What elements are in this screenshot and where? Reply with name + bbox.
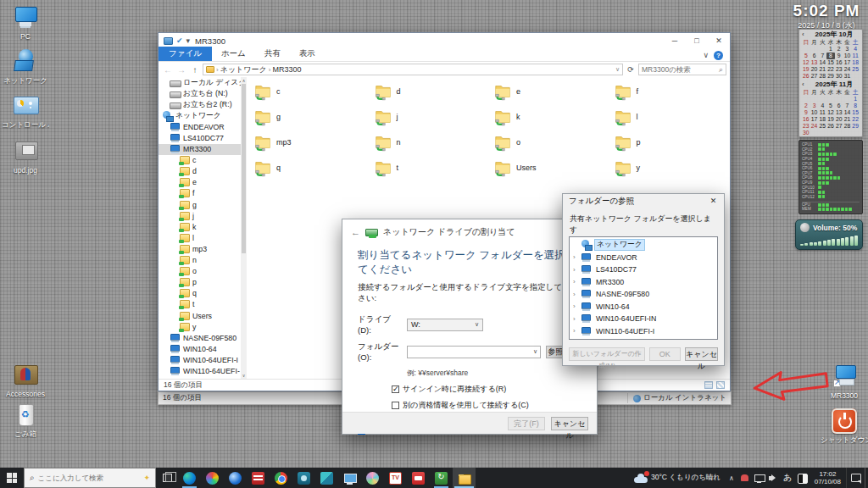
expand-chevron-icon[interactable]: › xyxy=(573,315,581,323)
browse-tree-item[interactable]: › WIN10-64UEFI-IN xyxy=(570,313,717,325)
browse-tree-item[interactable]: › WIN110-64UEFI-I xyxy=(570,325,717,338)
expand-chevron-icon[interactable]: › xyxy=(573,291,581,298)
reconnect-checkbox[interactable] xyxy=(392,385,399,393)
taskbar-search-input[interactable] xyxy=(38,474,116,482)
help-icon[interactable]: ? xyxy=(714,51,723,60)
close-icon[interactable]: ✕ xyxy=(703,194,724,208)
qat-dropdown-icon[interactable]: ▾ xyxy=(186,36,191,45)
cancel-button[interactable]: キャンセル xyxy=(551,417,588,430)
shared-folder-tile[interactable]: d xyxy=(369,79,489,104)
nav-tree-item[interactable]: ENDEAVOR xyxy=(159,121,241,132)
taskbar-app-button[interactable] xyxy=(384,468,407,488)
nav-tree-item[interactable]: q xyxy=(159,288,241,299)
taskbar-app-button[interactable] xyxy=(430,468,453,488)
desktop-icon[interactable]: PC xyxy=(2,5,49,41)
ok-button[interactable]: OK xyxy=(649,347,681,361)
nav-tree-item[interactable]: d xyxy=(159,166,241,177)
calendar-prev-icon[interactable]: ‹ xyxy=(802,30,809,39)
show-desktop-button[interactable] xyxy=(865,468,868,488)
ime-indicator[interactable]: あ xyxy=(782,471,793,485)
shared-folder-tile[interactable]: t xyxy=(369,155,489,180)
address-dropdown-icon[interactable]: ∨ xyxy=(615,66,620,73)
taskbar-clock[interactable]: 17:02 07/10/08 xyxy=(810,470,846,485)
scrollbar-thumb[interactable] xyxy=(242,84,246,253)
ribbon-collapse-icon[interactable]: ∨ xyxy=(703,51,709,59)
nav-tree-item[interactable]: WIN10-64 xyxy=(159,343,241,354)
desktop-icon[interactable]: ごみ箱 xyxy=(2,402,49,438)
close-button[interactable]: ✕ xyxy=(708,33,730,48)
taskbar-app-button[interactable] xyxy=(407,468,430,488)
details-view-icon[interactable] xyxy=(704,381,713,389)
shared-folder-tile[interactable]: Users xyxy=(488,155,609,180)
display-icon[interactable] xyxy=(754,471,765,485)
desktop-icon[interactable]: シャットダウン xyxy=(821,408,868,444)
credentials-checkbox-row[interactable]: 別の資格情報を使用して接続する(C) xyxy=(392,400,581,411)
desktop-icon[interactable]: Accessories xyxy=(2,363,49,398)
shared-folder-tile[interactable]: j xyxy=(369,104,489,130)
nav-tree-item[interactable]: t xyxy=(159,299,241,310)
shared-folder-tile[interactable]: n xyxy=(369,130,489,155)
wizard-back-icon[interactable]: ← xyxy=(351,227,360,237)
browse-tree-item[interactable]: › MR3300 xyxy=(570,276,717,289)
browse-tree-item[interactable]: › WIN10-64 xyxy=(570,301,717,313)
ribbon-tab[interactable]: 共有 xyxy=(255,47,290,61)
nav-tree-item[interactable]: e xyxy=(159,177,241,188)
browse-tree-item[interactable]: ネットワーク xyxy=(570,239,717,252)
scroll-down-icon[interactable]: ∨ xyxy=(241,372,247,379)
nav-tree-item[interactable]: WIN10-64UEFI-I xyxy=(159,354,241,365)
folder-input[interactable] xyxy=(408,347,533,356)
refresh-icon[interactable]: ⟳ xyxy=(625,65,637,74)
shared-folder-tile[interactable]: y xyxy=(609,155,729,180)
nav-tree-item[interactable]: ネットワーク xyxy=(159,110,241,121)
new-folder-button[interactable]: 新しいフォルダーの作成(M) xyxy=(569,347,645,361)
shared-folder-tile[interactable]: o xyxy=(488,130,609,155)
shared-folder-tile[interactable]: l xyxy=(609,104,729,130)
nav-tree-item[interactable]: f xyxy=(159,188,241,199)
taskbar-app-button[interactable] xyxy=(270,468,292,488)
taskbar-app-button[interactable] xyxy=(315,468,338,488)
desktop-icon[interactable]: ネットワーク xyxy=(2,49,49,85)
nav-tree-item[interactable]: o xyxy=(159,266,241,277)
shared-folder-tile[interactable]: k xyxy=(488,104,609,130)
thumbnail-view-icon[interactable] xyxy=(716,381,725,389)
folder-combobox[interactable]: ∨ xyxy=(407,346,541,358)
nav-tree-item[interactable]: k xyxy=(159,221,241,232)
maximize-button[interactable]: □ xyxy=(686,33,708,48)
expand-chevron-icon[interactable]: › xyxy=(573,327,581,335)
breadcrumb-item[interactable]: MR3300 xyxy=(272,65,301,74)
tray-app-icon[interactable] xyxy=(739,471,750,485)
taskbar-app-button[interactable] xyxy=(453,468,476,488)
nav-tree-item[interactable]: y xyxy=(159,321,241,332)
nav-tree-item[interactable]: お立ち台2 (R:) xyxy=(159,99,241,110)
search-box[interactable]: ⌕ xyxy=(638,64,726,75)
start-button[interactable] xyxy=(0,468,24,488)
nav-tree-item[interactable]: MR3300 xyxy=(159,144,241,155)
shared-folder-tile[interactable]: g xyxy=(248,104,369,130)
chevron-down-icon[interactable]: ∨ xyxy=(533,348,540,355)
finish-button[interactable]: 完了(F) xyxy=(508,417,545,430)
expand-chevron-icon[interactable]: › xyxy=(573,266,581,274)
nav-tree-item[interactable]: p xyxy=(159,277,241,288)
scroll-up-icon[interactable]: ∧ xyxy=(241,77,247,84)
shared-folder-tile[interactable]: p xyxy=(609,130,729,155)
shared-folder-tile[interactable]: c xyxy=(248,79,369,104)
search-input[interactable] xyxy=(642,65,719,74)
ribbon-tab[interactable]: ファイル xyxy=(159,47,212,61)
shared-folder-tile[interactable]: f xyxy=(609,79,729,104)
forward-button[interactable]: → xyxy=(175,65,187,75)
browse-tree-item[interactable]: › NASNE-09F580 xyxy=(570,288,717,301)
nav-tree-item[interactable]: mp3 xyxy=(159,243,241,254)
nav-tree-item[interactable]: l xyxy=(159,232,241,243)
weather-widget[interactable]: 30°C くもりのち晴れ xyxy=(629,473,726,483)
taskbar-app-button[interactable] xyxy=(247,468,270,488)
taskbar-app-button[interactable] xyxy=(178,468,201,488)
nav-tree-item[interactable]: お立ち台 (N:) xyxy=(159,88,241,99)
browse-cancel-button[interactable]: キャンセル xyxy=(685,347,718,361)
expand-chevron-icon[interactable]: › xyxy=(573,278,581,286)
nav-tree-item[interactable]: NASNE-09F580 xyxy=(159,332,241,343)
nav-tree-item[interactable]: c xyxy=(159,155,241,166)
ime-mode-icon[interactable] xyxy=(797,471,808,485)
minimize-button[interactable]: ─ xyxy=(664,33,686,48)
shared-folder-tile[interactable]: e xyxy=(488,79,609,104)
taskbar-app-button[interactable] xyxy=(361,468,384,488)
